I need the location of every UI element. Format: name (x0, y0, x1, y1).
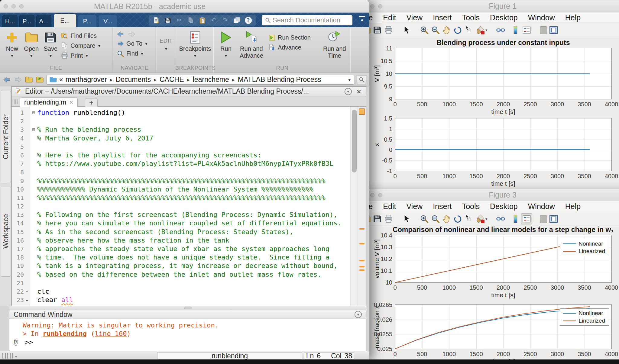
warning-marker[interactable] (359, 243, 365, 244)
code-fold-icon[interactable]: ⊟ (30, 108, 37, 117)
edit-plot-button[interactable] (401, 213, 412, 224)
ribbon-section-edit[interactable]: EDIT ▼ (157, 27, 175, 72)
splitter-handle[interactable] (184, 307, 192, 309)
legend[interactable]: NonlinearLinearized (560, 239, 609, 256)
figure1-titlebar[interactable]: Figure 1 (356, 0, 619, 12)
menu-tools[interactable]: Tools (462, 202, 480, 211)
copy-button[interactable] (187, 16, 195, 24)
panel-splitter[interactable] (9, 306, 366, 310)
run-button[interactable]: Run▼ (217, 30, 235, 60)
pan-button[interactable] (441, 24, 452, 36)
zoom-in-button[interactable] (419, 24, 430, 36)
code-line[interactable]: 15% As in the second screencast (Blendin… (12, 228, 348, 236)
zoom-out-button[interactable] (430, 24, 441, 36)
code-line[interactable]: 12 (12, 202, 348, 211)
code-line[interactable]: 22-clc (12, 287, 348, 296)
code-line[interactable]: 13% Following on the first screencast (B… (12, 211, 348, 219)
cut-button[interactable]: ✂ (175, 16, 183, 24)
sidebar-tab-current-folder[interactable]: Current Folder (1, 91, 11, 183)
go-to-button[interactable]: Go To▼ (117, 39, 157, 49)
switch-window-button[interactable] (233, 16, 241, 24)
browse-folder-icon[interactable]: ⟳ (36, 76, 44, 84)
menu-insert[interactable]: Insert (433, 13, 452, 22)
zoom-in-button[interactable] (419, 213, 430, 224)
brush-data-button[interactable]: ▾ (475, 24, 488, 36)
figure1-bottom-axes[interactable]: 05001000150020002500300035004000-1-0.500… (395, 118, 612, 171)
compare-button[interactable]: Compare▼ (61, 41, 110, 51)
menu-view[interactable]: View (406, 13, 423, 22)
insert-colorbar-button[interactable] (510, 213, 521, 224)
run-and-time-button[interactable]: Run and Time (320, 30, 349, 60)
insert-legend-button[interactable] (521, 213, 532, 224)
breadcrumb-item[interactable]: MATLAB Blending Process (238, 76, 321, 84)
warning-marker[interactable] (359, 266, 365, 267)
find-files-button[interactable]: Find Files (61, 31, 110, 41)
legend[interactable]: NonlinearLinearized (560, 308, 609, 326)
menu-insert[interactable]: Insert (433, 202, 452, 211)
tab-plots[interactable]: P... (19, 15, 34, 27)
command-window-content[interactable]: Warning: Matrix is singular to working p… (9, 319, 366, 351)
menu-window[interactable]: Window (528, 202, 555, 211)
editor-scrollbar[interactable] (350, 107, 358, 306)
menu-window[interactable]: Window (528, 13, 555, 22)
figure3-titlebar[interactable]: Figure 3 (356, 189, 619, 201)
figure3-bottom-axes[interactable]: 050010001500200025003000350040000.0250.0… (395, 304, 612, 349)
tab-close-icon[interactable]: × (69, 98, 73, 106)
advance-button[interactable]: Advance (268, 43, 319, 53)
save-button[interactable] (164, 16, 172, 24)
tab-home[interactable]: H... (2, 15, 18, 27)
warning-marker[interactable] (359, 228, 365, 230)
stack-link-runblending[interactable]: runblending (43, 330, 87, 337)
tab-publish[interactable]: P... (78, 15, 97, 27)
menu-edit[interactable]: Edit (383, 202, 396, 211)
rotate-3d-button[interactable] (452, 24, 463, 36)
redo-button[interactable]: ↷ (221, 16, 229, 24)
figure1-top-axes[interactable]: 0500100015002000250030003500400099.51010… (395, 48, 612, 99)
edit-plot-button[interactable] (401, 24, 412, 36)
code-line[interactable]: 23-clear all (12, 296, 348, 304)
code-line[interactable]: 2 (12, 117, 348, 125)
code-line[interactable]: 8 (12, 168, 348, 176)
breakpoints-button[interactable]: Breakpoints▼ (178, 30, 212, 60)
breadcrumb-item[interactable]: CACHE (160, 76, 184, 84)
menu-view[interactable]: View (406, 202, 423, 211)
breadcrumb-item[interactable]: marthagrover (66, 76, 107, 84)
search-documentation-box[interactable]: Search Documentation (262, 15, 352, 25)
command-window-menu-button[interactable]: ▼ (355, 311, 362, 318)
breadcrumb-item[interactable]: learncheme (193, 76, 229, 84)
menu-desktop[interactable]: Desktop (490, 13, 518, 22)
fx-button[interactable]: fx▼ (14, 338, 18, 347)
menu-tools[interactable]: Tools (462, 13, 480, 22)
minimize-button[interactable] (370, 193, 374, 197)
matlab-titlebar[interactable]: MATLAB R2015b - academic use (0, 0, 369, 13)
menu-edit[interactable]: Edit (383, 13, 396, 22)
open-button[interactable]: Open▼ (22, 30, 41, 61)
new-script-button[interactable]: + (152, 16, 160, 24)
caret-down-icon[interactable]: ▼ (347, 77, 352, 82)
insert-colorbar-button[interactable] (510, 24, 521, 36)
code-line[interactable]: 4% Martha Grover, July 6, 2017 (12, 134, 348, 143)
brush-data-button[interactable]: ▾ (475, 213, 488, 224)
command-prompt[interactable]: >> (25, 338, 33, 346)
code-line[interactable]: 16% observe here how the mass fraction i… (12, 236, 348, 245)
link-plot-button[interactable] (495, 213, 506, 224)
code-analyzer-status-icon[interactable] (359, 108, 365, 115)
scrollbar-thumb[interactable] (352, 110, 357, 172)
insert-legend-button[interactable] (521, 24, 532, 36)
forward-icon[interactable] (14, 76, 22, 84)
new-button[interactable]: ✚ New▼ (3, 30, 21, 61)
figure3-top-axes[interactable]: 050010001500200025003000350040001010.110… (395, 235, 612, 283)
editor-titlebar[interactable]: Editor – /Users/marthagrover/Documents/C… (12, 87, 366, 96)
rotate-3d-button[interactable] (452, 213, 463, 224)
save-button[interactable]: Save▼ (41, 30, 60, 61)
print-figure-button[interactable] (383, 24, 394, 36)
collapse-ribbon-button[interactable]: ▲ (358, 16, 366, 21)
run-section-button[interactable]: Run Section (268, 33, 319, 43)
zoom-button[interactable] (378, 4, 382, 8)
up-folder-icon[interactable]: ↑ (25, 76, 33, 84)
stack-link-line[interactable]: line 160 (95, 330, 127, 337)
back-icon[interactable] (117, 30, 125, 38)
code-line[interactable]: 5 (12, 143, 348, 151)
hide-plot-tools-button[interactable] (539, 214, 548, 224)
warning-marker[interactable] (359, 269, 365, 271)
